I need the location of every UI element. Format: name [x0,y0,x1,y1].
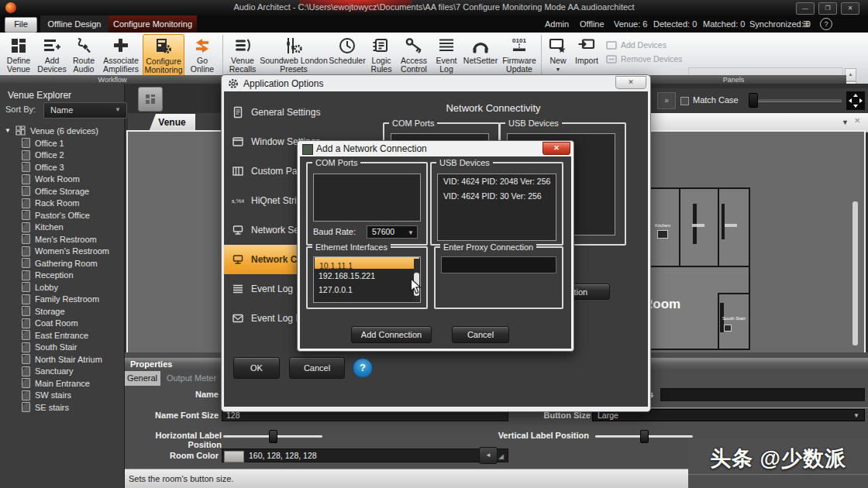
tree-room-item[interactable]: SW stairs [0,390,124,402]
help-icon[interactable]: ? [820,18,832,30]
room-icon [22,354,30,364]
ribbon-separator [541,35,542,78]
zoom-slider-thumb[interactable] [749,93,758,108]
vertical-label-slider-thumb[interactable] [640,430,649,443]
resize-grip-icon[interactable]: ◢ [498,451,504,462]
tree-room-item[interactable]: North Stair Atrium [0,353,124,366]
route-audio-button[interactable]: Route Audio [68,34,99,81]
chevron-expanded-icon[interactable]: ▼ [5,127,11,134]
sort-by-select[interactable]: Name ▼ [43,102,127,119]
network-icon [232,224,244,236]
com-ports-list[interactable] [313,174,421,222]
logic-rules-button[interactable]: Logic Rules [367,34,396,81]
tree-room-item[interactable]: Main Entrance [0,377,124,390]
zoom-slider-track[interactable] [752,99,842,102]
new-button[interactable]: New ▼ [544,34,572,81]
tree-room-item[interactable]: Work Room [0,174,124,186]
chevron-down-icon[interactable]: ▼ [842,119,849,126]
venue-recalls-button[interactable]: Venue Recalls [226,34,260,81]
ethernet-item-selected[interactable]: 10.1.11.1 [315,257,419,269]
usb-device-item[interactable]: VID: 4624 PID: 30 Ver: 256 [438,189,556,204]
room-icon [22,366,30,376]
tree-room-item[interactable]: Lobby [0,281,124,294]
tree-room-item[interactable]: Office Storage [0,185,124,198]
horizontal-label-slider-thumb[interactable] [269,430,277,443]
room-button-icon[interactable] [724,325,732,332]
tab-output-meter[interactable]: Output Meter [161,371,222,386]
tab-offline-design[interactable]: Offline Design [40,15,108,33]
file-menu-button[interactable]: File [5,17,37,33]
tab-configure-monitoring[interactable]: Configure Monitoring [108,15,197,33]
tree-room-item[interactable]: East Entrance [0,329,124,342]
cancel-button[interactable]: Cancel [452,326,509,343]
tree-room-item[interactable]: Sanctuary [0,366,124,378]
help-icon[interactable]: ? [353,358,373,378]
close-icon[interactable]: ✕ [841,2,859,15]
close-tab-icon[interactable]: ✕ [854,116,860,125]
more-options-button[interactable]: » [657,92,676,109]
go-online-button[interactable]: Go Online [184,34,220,81]
ethernet-item[interactable]: 127.0.0.1 [314,283,420,297]
baud-rate-select[interactable]: 57600 ▼ [367,225,418,239]
room-button-icon[interactable] [657,230,668,239]
firmware-update-button[interactable]: 0101 Firmware Update [500,34,539,81]
close-icon[interactable]: ✕ [542,142,570,155]
room-icon [22,198,30,208]
minimize-icon[interactable]: — [796,2,815,15]
tree-room-item[interactable]: SE stairs [0,401,124,414]
collapse-left-button[interactable]: ◄ [479,447,498,464]
tree-room-item[interactable]: Storage [0,305,124,318]
pan-expand-icon[interactable] [846,91,865,110]
tree-room-item[interactable]: Gathering Room [0,257,124,270]
soundweb-london-presets-button[interactable]: Soundweb London Presets [260,34,328,81]
tree-room-item[interactable]: Women's Restroom [0,246,124,258]
netsetter-button[interactable]: NetSetter [461,34,500,81]
tree-room-item[interactable]: South Stair [0,342,124,354]
event-log-button[interactable]: Event Log [432,34,461,81]
ethernet-interfaces-list[interactable]: 10.1.11.1 192.168.15.221 127.0.0.1 [313,256,421,303]
kitchen-room-label: Kitchen [655,223,670,228]
tree-room-item[interactable]: Office 1 [0,137,124,149]
access-control-button[interactable]: Access Control [396,34,432,81]
close-icon[interactable]: ✕ [615,76,646,89]
venue-panel-icon[interactable] [138,87,163,112]
match-case-checkbox[interactable] [680,97,689,105]
ethernet-item[interactable]: 192.168.15.221 [314,269,420,283]
add-connection-button[interactable]: Add Connection [351,326,432,343]
list-icon[interactable]: ≣ [802,19,810,29]
tab-general[interactable]: General [124,371,160,386]
cancel-button[interactable]: Cancel [289,357,345,379]
tree-room-item[interactable]: Pastor's Office [0,209,124,222]
room-shape[interactable] [679,187,719,267]
define-venue-button[interactable]: Define Venue [2,34,36,81]
proxy-connection-input[interactable] [441,256,556,273]
tree-room-item[interactable]: Kitchen [0,222,124,234]
import-button[interactable]: Import [572,34,601,81]
scheduler-button[interactable]: Scheduler [328,34,367,81]
canvas-scrollbar[interactable] [852,201,858,345]
add-network-connection-dialog: Add a Network Connection ✕ COM Ports Bau… [297,140,574,352]
tree-room-item[interactable]: Reception [0,270,124,282]
add-devices-button[interactable]: Add Devices [36,34,68,81]
right-name-input[interactable] [660,388,865,401]
tree-room-item[interactable]: Office 2 [0,149,124,162]
chevron-down-icon: ▼ [556,65,561,74]
tree-room-item[interactable]: Coat Room [0,318,124,330]
ok-button[interactable]: OK [233,357,280,379]
tree-room-item[interactable]: Office 3 [0,161,124,174]
color-swatch[interactable] [224,451,244,462]
maximize-icon[interactable]: ❐ [818,2,837,15]
tree-room-item[interactable]: Men's Restroom [0,233,124,246]
usb-devices-list[interactable]: VID: 4624 PID: 2048 Ver: 256 VID: 4624 P… [437,174,556,241]
associate-amplifiers-button[interactable]: Associate Amplifiers [99,34,143,81]
menu-general-settings[interactable]: General Settings [224,98,339,127]
room-icon [22,402,30,412]
venue-tab[interactable]: Venue [149,114,195,132]
tree-room-item[interactable]: Rack Room [0,198,124,210]
tree-root-venue[interactable]: ▼ Venue (6 devices) [0,124,124,137]
tree-room-item[interactable]: Family Restroom [0,294,124,306]
room-color-input[interactable]: 160, 128, 128, 128 ◢ [222,448,508,462]
status-detected: Detected: 0 [653,15,697,33]
usb-device-item[interactable]: VID: 4624 PID: 2048 Ver: 256 [438,174,556,189]
scroll-up-icon[interactable]: ▲ [845,68,856,81]
